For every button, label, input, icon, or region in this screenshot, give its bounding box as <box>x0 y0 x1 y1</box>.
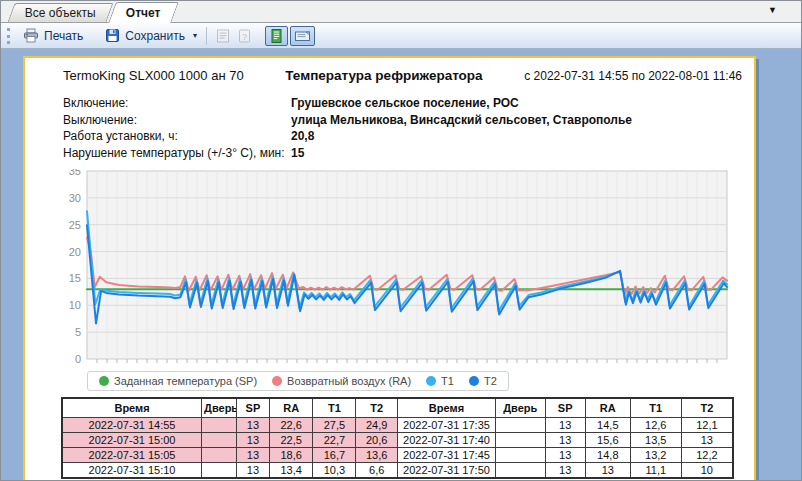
table-cell: 6,6 <box>356 462 398 478</box>
table-header-cell: Дверь <box>495 398 545 417</box>
table-cell: 13 <box>545 447 585 462</box>
table-cell: 13,6 <box>356 447 398 462</box>
table-cell <box>495 432 545 447</box>
help-button[interactable]: ? <box>234 26 255 46</box>
report-info: Включение:Грушевское сельское поселение,… <box>63 95 754 161</box>
table-cell: 2022-07-31 17:50 <box>397 462 495 478</box>
legend-label: Возвратный воздух (RA) <box>287 375 411 387</box>
legend-dot-icon <box>469 376 479 386</box>
table-cell: 2022-07-31 17:35 <box>397 417 495 432</box>
table-cell <box>202 432 237 447</box>
table-header-cell: RA <box>585 398 630 417</box>
table-cell: 10 <box>681 462 733 478</box>
table-cell: 13 <box>236 417 269 432</box>
report-page: TermoKing SLX000 1000 ан 70 Температура … <box>23 56 756 480</box>
chart-container: 05101520253035 <box>57 169 754 367</box>
table-cell: 13,2 <box>630 447 681 462</box>
toolbar-grip-handle[interactable] <box>7 28 10 44</box>
printer-icon <box>23 28 39 43</box>
svg-text:25: 25 <box>69 219 81 231</box>
table-cell: 2022-07-31 14:55 <box>62 417 202 432</box>
landscape-view-button[interactable] <box>290 26 315 46</box>
legend-label: T1 <box>441 375 454 387</box>
info-label: Нарушение температуры (+/-3° С), мин: <box>63 145 291 162</box>
table-body: 2022-07-31 14:551322,627,524,92022-07-31… <box>62 417 733 478</box>
svg-text:10: 10 <box>69 299 81 311</box>
table-row: 2022-07-31 15:101313,410,36,62022-07-31 … <box>62 462 733 478</box>
table-cell: 2022-07-31 17:40 <box>397 432 495 447</box>
table-cell: 2022-07-31 15:05 <box>62 447 202 462</box>
portrait-view-button[interactable] <box>265 26 288 46</box>
table-cell <box>495 417 545 432</box>
report-viewport: TermoKing SLX000 1000 ан 70 Температура … <box>1 50 801 480</box>
table-cell: 12,1 <box>681 417 733 432</box>
table-cell: 10,3 <box>313 462 356 478</box>
tab-all-objects-label: Все объекты <box>25 4 96 22</box>
table-header-cell: SP <box>236 398 269 417</box>
tab-strip: Все объекты Отчет ▼ <box>1 1 801 23</box>
table-cell: 12,2 <box>681 447 733 462</box>
info-value: Грушевское сельское поселение, РОС <box>291 95 519 112</box>
table-cell: 12,6 <box>630 417 681 432</box>
table-cell: 2022-07-31 15:00 <box>62 432 202 447</box>
table-header-cell: Дверь <box>202 398 237 417</box>
table-cell: 13 <box>236 447 269 462</box>
report-info-row: Включение:Грушевское сельское поселение,… <box>63 95 754 112</box>
report-unit-name: TermoKing SLX000 1000 ан 70 <box>63 68 244 83</box>
table-cell: 24,9 <box>356 417 398 432</box>
page-setup-button[interactable] <box>212 26 234 46</box>
legend-dot-icon <box>99 376 109 386</box>
table-header-cell: SP <box>545 398 585 417</box>
save-button[interactable]: Сохранить <box>98 26 192 45</box>
table-cell: 13 <box>545 432 585 447</box>
svg-text:0: 0 <box>75 353 81 365</box>
table-cell: 20,6 <box>356 432 398 447</box>
table-cell: 13 <box>585 462 630 478</box>
portrait-view-icon <box>269 28 284 44</box>
table-cell: 2022-07-31 17:45 <box>397 447 495 462</box>
legend-label: T2 <box>484 375 497 387</box>
table-row: 2022-07-31 14:551322,627,524,92022-07-31… <box>62 417 733 432</box>
tab-report[interactable]: Отчет <box>108 2 178 23</box>
table-cell <box>202 447 237 462</box>
print-button[interactable]: Печать <box>16 26 90 45</box>
table-cell: 13 <box>236 462 269 478</box>
table-cell: 11,1 <box>630 462 681 478</box>
table-cell: 14,8 <box>585 447 630 462</box>
table-cell <box>202 462 237 478</box>
svg-text:?: ? <box>242 31 247 41</box>
legend-item: T1 <box>426 375 454 387</box>
table-row: 2022-07-31 15:051318,616,713,62022-07-31… <box>62 447 733 462</box>
tab-report-label: Отчет <box>126 3 161 23</box>
table-cell <box>495 462 545 478</box>
table-cell: 13,5 <box>630 432 681 447</box>
svg-text:15: 15 <box>69 272 81 284</box>
toolbar: Печать Сохранить ▾ <box>1 23 801 50</box>
table-cell: 22,5 <box>269 432 313 447</box>
info-value: улица Мельникова, Винсадский сельсовет, … <box>291 112 632 129</box>
temperature-chart: 05101520253035 <box>57 169 733 367</box>
report-info-row: Нарушение температуры (+/-3° С), мин:15 <box>63 145 754 162</box>
table-cell: 16,7 <box>313 447 356 462</box>
toolbar-separator <box>206 27 207 45</box>
info-label: Работа установки, ч: <box>63 128 291 145</box>
table-header-row: ВремяДверьSPRAT1T2ВремяДверьSPRAT1T2 <box>62 398 733 417</box>
table-cell: 13 <box>236 432 269 447</box>
table-header-cell: Время <box>397 398 495 417</box>
report-header: TermoKing SLX000 1000 ан 70 Температура … <box>63 68 742 83</box>
legend-item: T2 <box>469 375 497 387</box>
print-button-label: Печать <box>44 29 83 43</box>
legend-dot-icon <box>426 376 436 386</box>
legend-item: Заданная температура (SP) <box>99 375 257 387</box>
table-cell: 14,5 <box>585 417 630 432</box>
table-row: 2022-07-31 15:001322,522,720,62022-07-31… <box>62 432 733 447</box>
tab-all-objects[interactable]: Все объекты <box>8 3 114 22</box>
save-dropdown-caret-icon[interactable]: ▾ <box>192 29 201 42</box>
info-label: Выключение: <box>63 112 291 129</box>
table-header-cell: Время <box>62 398 202 417</box>
table-cell: 13 <box>545 462 585 478</box>
table-header-cell: T2 <box>356 398 398 417</box>
tab-overflow-arrow-icon[interactable]: ▼ <box>768 5 777 15</box>
info-value: 15 <box>291 145 304 162</box>
page-setup-icon <box>215 28 231 44</box>
